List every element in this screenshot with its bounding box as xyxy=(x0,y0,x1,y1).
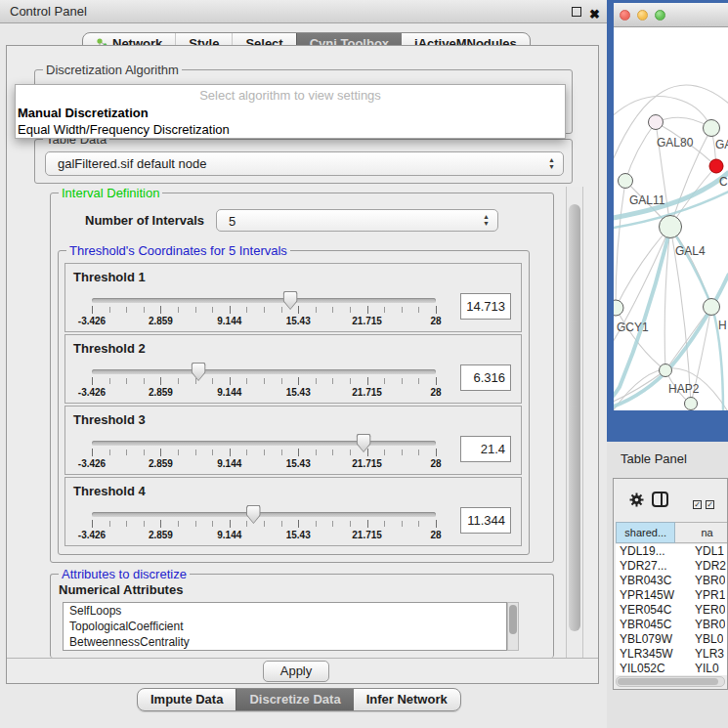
threshold-3-row: Threshold 3 -3.426 2.859 9.144 15.43 21.… xyxy=(64,406,522,475)
node-h[interactable] xyxy=(704,299,720,316)
table-row[interactable]: YDL19...YDL1 xyxy=(616,544,727,559)
attributes-list-scrollbar[interactable] xyxy=(507,602,519,651)
threshold-3-value[interactable]: 21.4 xyxy=(460,436,511,462)
checkbox-icon[interactable]: ✓ xyxy=(693,500,702,509)
node-red-selected[interactable] xyxy=(709,159,723,173)
table-data-group: Table Data galFiltered.sif default node … xyxy=(34,139,573,184)
tab-infer-network[interactable]: Infer Network xyxy=(354,689,460,710)
node-gal80[interactable] xyxy=(649,115,664,130)
list-item[interactable]: SelfLoops xyxy=(64,603,506,619)
network-nodes[interactable] xyxy=(614,115,723,410)
slider-ticks xyxy=(92,378,436,384)
slider-ticks xyxy=(92,521,436,527)
table-row[interactable]: YPR145WYPR1 xyxy=(616,588,727,603)
tab-impute-data[interactable]: Impute Data xyxy=(138,689,236,710)
tick-label: 15.43 xyxy=(286,316,311,326)
tick-label: 15.43 xyxy=(286,387,311,398)
node-gal4[interactable] xyxy=(660,216,682,238)
cyni-bottom-tabbar: Impute Data Discretize Data Infer Networ… xyxy=(137,688,461,711)
numerical-attributes-list[interactable]: SelfLoops TopologicalCoefficient Between… xyxy=(63,602,507,651)
slider-track[interactable] xyxy=(92,369,436,374)
tick-label: 9.144 xyxy=(217,316,241,326)
discretization-algorithm-label: Discretization Algorithm xyxy=(43,63,182,77)
close-traffic-light-icon[interactable] xyxy=(620,10,630,21)
slider-track[interactable] xyxy=(92,441,436,446)
dropdown-placeholder-option[interactable]: Select algorithm to view settings xyxy=(16,85,565,105)
threshold-1-value[interactable]: 14.713 xyxy=(460,293,511,320)
threshold-3-slider[interactable]: -3.426 2.859 9.144 15.43 21.715 28 xyxy=(92,437,436,472)
threshold-3-label: Threshold 3 xyxy=(73,412,146,427)
node-label: GAL4 xyxy=(675,244,706,258)
node-gal11[interactable] xyxy=(619,174,633,189)
threshold-2-value[interactable]: 6.316 xyxy=(460,364,511,391)
control-panel-window: Control Panel ✖ Network Style Select Cyn… xyxy=(0,0,607,728)
table-row[interactable]: YDR27...YDR2 xyxy=(616,559,727,574)
table-row[interactable]: YBR043CYBR0 xyxy=(616,574,727,588)
node-top-right[interactable] xyxy=(704,120,720,137)
table-row[interactable]: YIL052CYIL0 xyxy=(616,662,727,675)
thresholds-group: Threshold's Coordinates for 5 Intervals … xyxy=(58,250,530,555)
minimize-traffic-light-icon[interactable] xyxy=(637,10,648,21)
float-window-icon[interactable] xyxy=(572,7,581,17)
gear-icon[interactable] xyxy=(629,492,644,507)
node-label: GA xyxy=(715,138,728,151)
node-hap2[interactable] xyxy=(660,364,672,377)
node-gcy1[interactable] xyxy=(614,300,623,316)
tick-label: 2.859 xyxy=(149,316,173,326)
column-header-name[interactable]: na xyxy=(675,522,727,543)
threshold-1-label: Threshold 1 xyxy=(73,270,146,284)
threshold-2-row: Threshold 2 -3.426 2.859 9.144 15.43 21.… xyxy=(64,334,522,404)
threshold-4-value[interactable]: 11.344 xyxy=(460,507,511,534)
number-of-intervals-label: Number of Intervals xyxy=(85,213,204,228)
threshold-1-slider[interactable]: -3.426 2.859 9.144 15.43 21.715 28 xyxy=(92,294,436,329)
tick-label: 9.144 xyxy=(217,530,241,540)
tick-label: 21.715 xyxy=(352,530,382,540)
table-row[interactable]: YLR345WYLR3 xyxy=(616,647,727,662)
table-row[interactable]: YER054CYER0 xyxy=(616,603,727,618)
slider-track[interactable] xyxy=(92,298,436,303)
list-item[interactable]: BetweennessCentrality xyxy=(64,634,506,650)
tick-label: 9.144 xyxy=(217,458,241,469)
close-icon[interactable]: ✖ xyxy=(589,3,600,25)
tick-label: -3.426 xyxy=(78,458,106,469)
tick-label: 21.715 xyxy=(352,458,382,469)
tab-discretize-data[interactable]: Discretize Data xyxy=(236,689,353,710)
table-row[interactable]: YBR045CYBR0 xyxy=(616,618,727,632)
columns-icon[interactable] xyxy=(652,492,668,507)
checkbox-icon[interactable]: ✓ xyxy=(706,500,714,509)
list-item[interactable]: TopologicalCoefficient xyxy=(64,619,506,634)
tick-label: 2.859 xyxy=(149,387,173,398)
network-canvas[interactable]: GAL80 GA C GAL11 GAL4 GCY1 H HAP2 xyxy=(614,27,728,410)
number-of-intervals-select[interactable]: 5 ▲▼ xyxy=(216,209,498,232)
table-horizontal-scrollbar[interactable] xyxy=(616,676,725,687)
interval-definition-group: Interval Definition Number of Intervals … xyxy=(50,193,554,563)
panel-vertical-scrollbar[interactable] xyxy=(566,187,583,658)
tick-label: -3.426 xyxy=(78,530,106,540)
interval-definition-label: Interval Definition xyxy=(59,186,162,200)
control-panel-title: Control Panel xyxy=(10,4,87,19)
table-data-select[interactable]: galFiltered.sif default node ▲▼ xyxy=(45,151,564,176)
node-bottom[interactable] xyxy=(685,398,698,410)
threshold-2-slider[interactable]: -3.426 2.859 9.144 15.43 21.715 28 xyxy=(92,365,436,401)
threshold-4-row: Threshold 4 -3.426 2.859 9.144 15.43 21.… xyxy=(64,477,522,546)
node-label: GAL80 xyxy=(657,136,694,150)
table-row[interactable]: YBL079WYBL0 xyxy=(616,632,727,647)
tick-label: 15.43 xyxy=(286,530,311,540)
dropdown-option-equal-width-frequency[interactable]: Equal Width/Frequency Discretization xyxy=(16,121,565,138)
column-header-shared-name[interactable]: shared... xyxy=(616,522,675,543)
tick-label: 28 xyxy=(430,530,441,540)
node-label: H xyxy=(718,319,727,332)
apply-button[interactable]: Apply xyxy=(263,661,329,682)
threshold-4-slider[interactable]: -3.426 2.859 9.144 15.43 21.715 28 xyxy=(92,508,436,543)
panel-separator xyxy=(7,658,598,659)
attributes-group-label: Attributes to discretize xyxy=(59,567,190,581)
control-panel-titlebar: Control Panel ✖ xyxy=(0,0,607,23)
zoom-traffic-light-icon[interactable] xyxy=(655,10,665,21)
node-label: HAP2 xyxy=(668,382,700,396)
network-thick-edges xyxy=(614,172,728,410)
tick-label: 21.715 xyxy=(352,316,382,326)
table-header-row: shared... na xyxy=(616,522,727,543)
dropdown-option-manual-discretization[interactable]: Manual Discretization xyxy=(16,105,565,121)
attributes-group: Attributes to discretize Numerical Attri… xyxy=(50,574,554,658)
slider-track[interactable] xyxy=(92,512,436,517)
